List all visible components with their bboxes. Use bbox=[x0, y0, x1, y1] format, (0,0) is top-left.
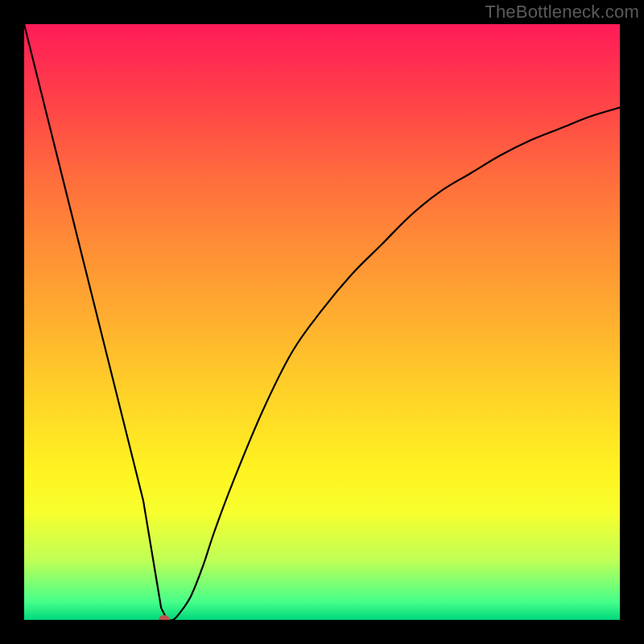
plot-area bbox=[24, 24, 620, 620]
watermark-text: TheBottleneck.com bbox=[485, 2, 639, 23]
optimal-point-marker bbox=[159, 615, 170, 620]
curve-path bbox=[24, 24, 620, 620]
bottleneck-curve bbox=[24, 24, 620, 620]
chart-frame: TheBottleneck.com bbox=[0, 0, 644, 644]
